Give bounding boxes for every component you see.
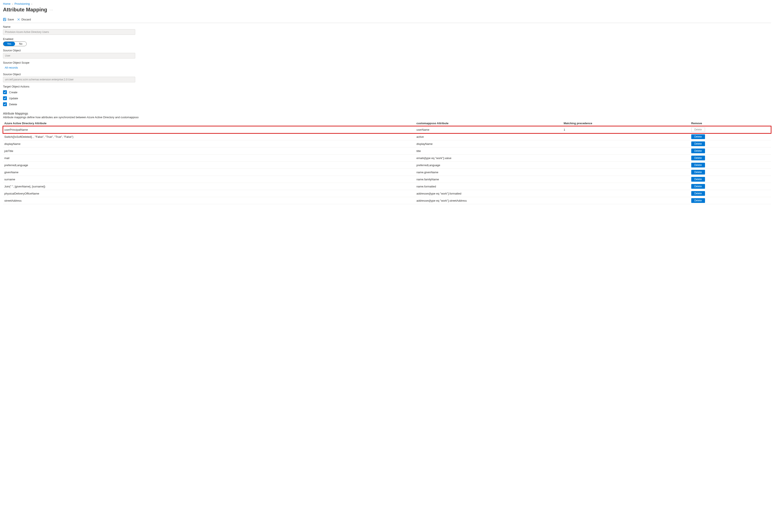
cell-aad: mail [4, 156, 416, 160]
source-object-field[interactable] [3, 53, 135, 58]
check-icon [4, 91, 6, 94]
cell-custom: userName [416, 128, 564, 131]
cell-aad: Switch([IsSoftDeleted], , "False", "True… [4, 135, 416, 138]
cell-custom: emails[type eq "work"].value [416, 156, 564, 160]
enabled-label: Enabled [3, 37, 135, 41]
check-icon [4, 103, 6, 106]
cell-custom: displayName [416, 142, 564, 146]
source-object2-field[interactable] [3, 77, 135, 82]
enabled-toggle[interactable]: Yes No [3, 41, 27, 46]
delete-button[interactable]: Delete [691, 134, 705, 139]
more-actions-icon[interactable]: ··· [50, 8, 53, 11]
target-actions-label: Target Object Actions [3, 85, 135, 88]
delete-checkbox[interactable] [3, 102, 7, 106]
delete-button: Delete [691, 127, 705, 132]
table-row[interactable]: Switch([IsSoftDeleted], , "False", "True… [3, 133, 771, 140]
create-checkbox[interactable] [3, 90, 7, 94]
update-label: Update [9, 97, 18, 100]
cell-aad: jobTitle [4, 149, 416, 153]
save-button[interactable]: Save [3, 18, 14, 21]
cell-match: 1 [564, 128, 691, 131]
cell-aad: givenName [4, 171, 416, 174]
close-icon [17, 18, 20, 21]
table-row[interactable]: userPrincipalNameuserName1Delete [3, 126, 771, 133]
breadcrumb-home[interactable]: Home [3, 2, 11, 5]
cell-custom: preferredLanguage [416, 164, 564, 167]
chevron-right-icon: › [31, 3, 32, 5]
svg-rect-1 [4, 18, 5, 19]
col-aad: Azure Active Directory Attribute [4, 122, 416, 125]
cell-aad: displayName [4, 142, 416, 146]
table-row[interactable]: displayNamedisplayNameDelete [3, 140, 771, 147]
delete-button[interactable]: Delete [691, 184, 705, 189]
cell-aad: surname [4, 178, 416, 181]
name-label: Name [3, 25, 135, 28]
col-remove: Remove [691, 122, 702, 125]
breadcrumb-provisioning[interactable]: Provisioning [15, 2, 30, 5]
toggle-no: No [15, 42, 26, 45]
toggle-yes: Yes [3, 42, 15, 46]
table-row[interactable]: preferredLanguagepreferredLanguageDelete [3, 162, 771, 169]
table-row[interactable]: Join(" ", [givenName], [surname])name.fo… [3, 183, 771, 190]
delete-button[interactable]: Delete [691, 170, 705, 175]
discard-label: Discard [21, 18, 31, 21]
table-row[interactable]: physicalDeliveryOfficeNameaddresses[type… [3, 190, 771, 197]
delete-button[interactable]: Delete [691, 191, 705, 196]
cell-aad: preferredLanguage [4, 164, 416, 167]
table-row[interactable]: mailemails[type eq "work"].valueDelete [3, 155, 771, 162]
cell-custom: title [416, 149, 564, 153]
cell-custom: name.givenName [416, 171, 564, 174]
delete-button[interactable]: Delete [691, 163, 705, 167]
cell-custom: name.familyName [416, 178, 564, 181]
table-row[interactable]: jobTitletitleDelete [3, 147, 771, 155]
source-object2-label: Source Object [3, 73, 135, 76]
table-row[interactable]: streetAddressaddresses[type eq "work"].s… [3, 197, 771, 204]
svg-rect-2 [4, 20, 5, 21]
delete-button[interactable]: Delete [691, 198, 705, 203]
mappings-title: Attribute Mappings [3, 112, 771, 115]
col-custom: customappsso Attribute [416, 122, 564, 125]
mappings-subtitle: Attribute mappings define how attributes… [3, 116, 771, 119]
cell-custom: addresses[type eq "work"].formatted [416, 192, 564, 195]
scope-link[interactable]: All records [3, 65, 20, 70]
breadcrumb: Home › Provisioning › [3, 2, 771, 5]
cell-aad: physicalDeliveryOfficeName [4, 192, 416, 195]
delete-button[interactable]: Delete [691, 156, 705, 160]
save-icon [3, 18, 6, 21]
cell-aad: userPrincipalName [4, 128, 416, 131]
col-match: Matching precedence [564, 122, 691, 125]
update-checkbox[interactable] [3, 96, 7, 100]
cell-aad: Join(" ", [givenName], [surname]) [4, 185, 416, 188]
delete-button[interactable]: Delete [691, 149, 705, 153]
name-field[interactable] [3, 29, 135, 35]
check-icon [4, 97, 6, 100]
table-row[interactable]: givenNamename.givenNameDelete [3, 169, 771, 176]
attribute-mappings-table: Azure Active Directory Attribute customa… [3, 121, 771, 204]
delete-button[interactable]: Delete [691, 177, 705, 182]
cell-custom: name.formatted [416, 185, 564, 188]
delete-button[interactable]: Delete [691, 141, 705, 146]
cell-custom: addresses[type eq "work"].streetAddress [416, 199, 564, 202]
table-row[interactable]: surnamename.familyNameDelete [3, 176, 771, 183]
create-label: Create [9, 91, 17, 94]
source-object-label: Source Object [3, 49, 135, 52]
cell-custom: active [416, 135, 564, 138]
command-bar: Save Discard [3, 17, 771, 23]
cell-aad: streetAddress [4, 199, 416, 202]
save-label: Save [8, 18, 14, 21]
scope-label: Source Object Scope [3, 61, 135, 64]
delete-label: Delete [9, 103, 17, 106]
chevron-right-icon: › [12, 3, 13, 5]
discard-button[interactable]: Discard [17, 18, 31, 21]
page-title: Attribute Mapping [3, 7, 47, 13]
